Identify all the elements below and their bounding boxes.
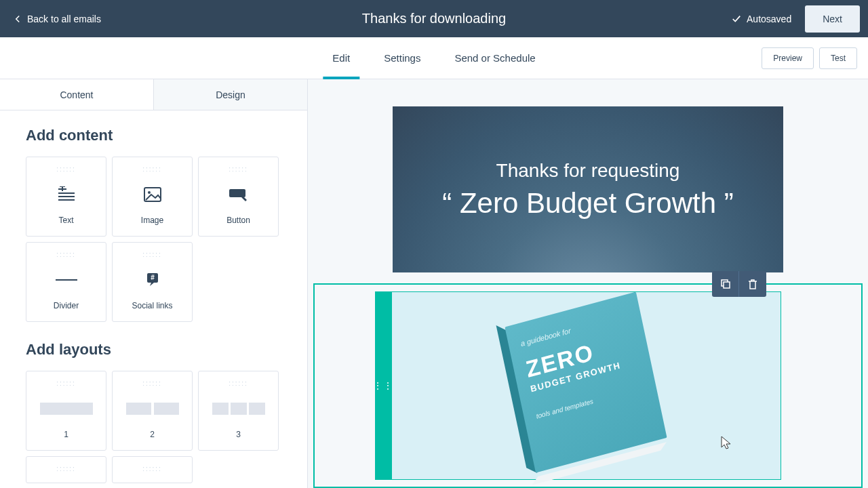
tab-settings[interactable]: Settings [384,37,420,79]
svg-text:#: # [151,274,155,281]
tile-label: Divider [54,301,79,310]
grip-icon: :::::: [229,165,248,173]
back-to-emails[interactable]: Back to all emails [14,14,101,24]
hero-line-2: “ Zero Budget Growth ” [442,187,734,220]
text-icon [57,173,76,216]
grip-icon: :::::: [56,251,76,258]
content-tile-social[interactable]: :::::: # Social links [112,242,193,322]
svg-rect-8 [212,403,229,415]
divider-icon [56,258,77,301]
content-tile-button[interactable]: :::::: Button [198,157,279,237]
svg-rect-9 [231,403,247,415]
grip-icon: :::::: [229,380,248,387]
copy-icon [720,279,731,289]
tile-label: Social links [132,301,172,310]
preview-button[interactable]: Preview [762,47,814,69]
chevron-left-icon [14,15,22,23]
svg-rect-10 [249,403,265,415]
grip-icon: :::::: [142,465,162,472]
layout-1-icon [40,387,93,430]
selected-image-block[interactable]: ⋮⋮ a guidebook for ZERO BUDGET GROWTH to… [313,283,863,488]
tile-label: 3 [236,430,241,439]
layout-tile-2[interactable]: :::::: 2 [112,371,193,451]
grip-icon: :::::: [56,165,76,173]
svg-rect-6 [126,403,151,415]
next-button[interactable]: Next [805,5,860,33]
autosaved-status: Autosaved [732,14,791,24]
grip-icon: :::::: [142,251,162,258]
cursor-icon [720,435,732,450]
tab-send-schedule[interactable]: Send or Schedule [454,37,535,79]
hero-block[interactable]: Thanks for requesting “ Zero Budget Grow… [393,106,783,272]
sidebar: Content Design Add content :::::: Text :… [0,79,308,488]
svg-rect-7 [154,403,179,415]
tile-label: 2 [150,430,155,439]
image-icon [143,173,162,216]
drag-handle[interactable]: ⋮⋮ [375,291,391,480]
tab-edit[interactable]: Edit [332,37,350,79]
add-layouts-heading: Add layouts [26,341,281,359]
svg-rect-2 [229,189,245,197]
button-icon [228,173,250,216]
tile-label: Image [141,216,163,225]
grip-vertical-icon: ⋮⋮ [373,380,393,391]
image-module[interactable]: a guidebook for ZERO BUDGET GROWTH tools… [391,291,781,480]
layout-2-icon [126,387,179,430]
block-toolbar [712,271,766,297]
tile-label: Button [226,216,250,225]
book-graphic: a guidebook for ZERO BUDGET GROWTH tools… [505,292,668,480]
sidebar-tab-content[interactable]: Content [0,79,153,110]
grip-icon: :::::: [142,380,162,387]
grip-icon: :::::: [56,380,76,387]
tile-label: Text [58,216,73,225]
content-tile-image[interactable]: :::::: Image [112,157,193,237]
grip-icon: :::::: [56,465,76,472]
hero-line-1: Thanks for requesting [496,160,680,182]
book-subtitle-2: tools and templates [535,384,644,420]
layout-tile-4[interactable]: :::::: [26,456,106,483]
svg-point-1 [148,191,151,194]
social-icon: # [144,258,161,301]
add-content-heading: Add content [26,127,281,144]
email-canvas[interactable]: Thanks for requesting “ Zero Budget Grow… [308,79,868,488]
tile-label: 1 [64,430,68,439]
content-tile-text[interactable]: :::::: Text [26,157,106,237]
check-icon [732,14,741,24]
back-label: Back to all emails [27,14,101,24]
layout-tile-5[interactable]: :::::: [112,456,193,483]
grip-icon: :::::: [142,165,162,173]
test-button[interactable]: Test [819,47,857,69]
trash-icon [748,279,757,289]
svg-rect-5 [40,403,93,415]
layout-tile-1[interactable]: :::::: 1 [26,371,106,451]
page-title: Thanks for downloading [362,11,506,26]
layout-tile-3[interactable]: :::::: 3 [198,371,279,451]
delete-button[interactable] [739,271,766,297]
duplicate-button[interactable] [712,271,739,297]
svg-rect-12 [724,282,730,288]
sidebar-tab-design[interactable]: Design [153,79,307,110]
layout-3-icon [212,387,265,430]
content-tile-divider[interactable]: :::::: Divider [26,242,106,322]
autosaved-label: Autosaved [747,14,791,24]
